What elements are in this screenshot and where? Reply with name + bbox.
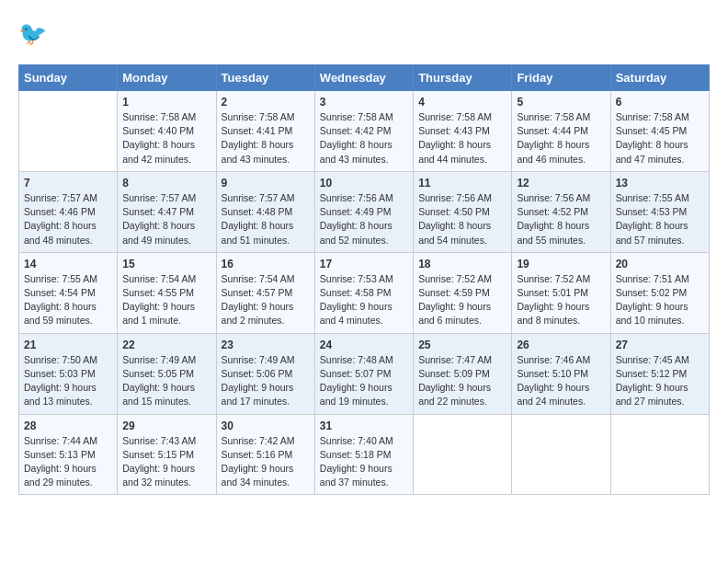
day-number: 9 [222,177,310,190]
day-info: Sunrise: 7:40 AM Sunset: 5:18 PM Dayligh… [320,434,408,490]
day-info: Sunrise: 7:49 AM Sunset: 5:05 PM Dayligh… [122,353,210,409]
calendar-cell: 29Sunrise: 7:43 AM Sunset: 5:15 PM Dayli… [118,414,216,495]
day-info: Sunrise: 7:46 AM Sunset: 5:10 PM Dayligh… [517,353,605,409]
calendar-table: SundayMondayTuesdayWednesdayThursdayFrid… [18,64,710,495]
day-header-thursday: Thursday [414,65,512,91]
day-number: 18 [418,258,506,270]
day-info: Sunrise: 7:49 AM Sunset: 5:06 PM Dayligh… [222,353,310,409]
day-info: Sunrise: 7:45 AM Sunset: 5:12 PM Dayligh… [616,353,704,409]
day-header-tuesday: Tuesday [216,65,314,91]
calendar-cell: 20Sunrise: 7:51 AM Sunset: 5:02 PM Dayli… [610,252,709,333]
day-number: 2 [222,96,310,109]
calendar-cell [414,414,512,495]
day-info: Sunrise: 7:50 AM Sunset: 5:03 PM Dayligh… [24,353,112,409]
calendar-cell: 11Sunrise: 7:56 AM Sunset: 4:50 PM Dayli… [414,171,512,252]
day-info: Sunrise: 7:52 AM Sunset: 4:59 PM Dayligh… [418,272,506,328]
calendar-cell: 28Sunrise: 7:44 AM Sunset: 5:13 PM Dayli… [19,414,118,495]
calendar-cell: 31Sunrise: 7:40 AM Sunset: 5:18 PM Dayli… [314,414,413,495]
day-info: Sunrise: 7:56 AM Sunset: 4:52 PM Dayligh… [517,191,605,247]
day-number: 22 [122,339,210,351]
day-number: 16 [222,258,310,270]
logo: 🐦 [18,18,55,52]
day-number: 30 [222,419,310,432]
day-info: Sunrise: 7:53 AM Sunset: 4:58 PM Dayligh… [320,272,408,328]
calendar-cell: 10Sunrise: 7:56 AM Sunset: 4:49 PM Dayli… [314,171,413,252]
day-info: Sunrise: 7:58 AM Sunset: 4:40 PM Dayligh… [122,110,210,167]
day-info: Sunrise: 7:52 AM Sunset: 5:01 PM Dayligh… [517,272,605,328]
calendar-cell: 27Sunrise: 7:45 AM Sunset: 5:12 PM Dayli… [610,333,709,414]
day-info: Sunrise: 7:54 AM Sunset: 4:55 PM Dayligh… [122,272,210,328]
calendar-cell: 15Sunrise: 7:54 AM Sunset: 4:55 PM Dayli… [118,252,216,333]
day-number: 11 [418,177,506,190]
calendar-cell: 21Sunrise: 7:50 AM Sunset: 5:03 PM Dayli… [19,333,118,414]
svg-text:🐦: 🐦 [18,19,48,48]
day-info: Sunrise: 7:58 AM Sunset: 4:45 PM Dayligh… [616,110,704,167]
day-number: 1 [122,96,210,109]
day-number: 24 [320,339,408,351]
day-number: 15 [122,258,210,270]
day-info: Sunrise: 7:55 AM Sunset: 4:54 PM Dayligh… [24,272,112,328]
day-number: 12 [517,177,605,190]
calendar-week-row: 7Sunrise: 7:57 AM Sunset: 4:46 PM Daylig… [19,171,710,252]
day-info: Sunrise: 7:54 AM Sunset: 4:57 PM Dayligh… [222,272,310,328]
day-info: Sunrise: 7:57 AM Sunset: 4:48 PM Dayligh… [222,191,310,247]
day-info: Sunrise: 7:58 AM Sunset: 4:44 PM Dayligh… [517,110,605,167]
calendar-cell: 4Sunrise: 7:58 AM Sunset: 4:43 PM Daylig… [414,91,512,172]
calendar-cell: 19Sunrise: 7:52 AM Sunset: 5:01 PM Dayli… [512,252,610,333]
calendar-cell [19,91,118,172]
calendar-cell: 5Sunrise: 7:58 AM Sunset: 4:44 PM Daylig… [512,91,610,172]
calendar-week-row: 28Sunrise: 7:44 AM Sunset: 5:13 PM Dayli… [19,414,710,495]
day-info: Sunrise: 7:58 AM Sunset: 4:41 PM Dayligh… [222,110,310,167]
day-info: Sunrise: 7:55 AM Sunset: 4:53 PM Dayligh… [616,191,704,247]
day-info: Sunrise: 7:42 AM Sunset: 5:16 PM Dayligh… [222,434,310,490]
day-number: 10 [320,177,408,190]
calendar-cell: 25Sunrise: 7:47 AM Sunset: 5:09 PM Dayli… [414,333,512,414]
day-number: 14 [24,258,112,270]
day-number: 25 [418,339,506,351]
calendar-cell: 30Sunrise: 7:42 AM Sunset: 5:16 PM Dayli… [216,414,314,495]
calendar-cell: 6Sunrise: 7:58 AM Sunset: 4:45 PM Daylig… [610,91,709,172]
day-number: 13 [616,177,704,190]
day-info: Sunrise: 7:56 AM Sunset: 4:50 PM Dayligh… [418,191,506,247]
day-number: 20 [616,258,704,270]
calendar-week-row: 21Sunrise: 7:50 AM Sunset: 5:03 PM Dayli… [19,333,710,414]
calendar-cell: 3Sunrise: 7:58 AM Sunset: 4:42 PM Daylig… [314,91,413,172]
day-header-friday: Friday [512,65,610,91]
day-number: 8 [122,177,210,190]
day-number: 3 [320,96,408,109]
calendar-cell: 14Sunrise: 7:55 AM Sunset: 4:54 PM Dayli… [19,252,118,333]
calendar-cell: 22Sunrise: 7:49 AM Sunset: 5:05 PM Dayli… [118,333,216,414]
logo-icon: 🐦 [18,18,51,52]
calendar-cell: 7Sunrise: 7:57 AM Sunset: 4:46 PM Daylig… [19,171,118,252]
day-number: 26 [517,339,605,351]
calendar-cell [512,414,610,495]
day-number: 29 [122,419,210,432]
day-info: Sunrise: 7:58 AM Sunset: 4:42 PM Dayligh… [320,110,408,167]
calendar-cell: 12Sunrise: 7:56 AM Sunset: 4:52 PM Dayli… [512,171,610,252]
calendar-cell: 2Sunrise: 7:58 AM Sunset: 4:41 PM Daylig… [216,91,314,172]
calendar-cell: 13Sunrise: 7:55 AM Sunset: 4:53 PM Dayli… [610,171,709,252]
day-number: 19 [517,258,605,270]
calendar-cell: 9Sunrise: 7:57 AM Sunset: 4:48 PM Daylig… [216,171,314,252]
calendar-cell [610,414,709,495]
calendar-cell: 17Sunrise: 7:53 AM Sunset: 4:58 PM Dayli… [314,252,413,333]
calendar-cell: 8Sunrise: 7:57 AM Sunset: 4:47 PM Daylig… [118,171,216,252]
day-number: 4 [418,96,506,109]
day-number: 27 [616,339,704,351]
day-info: Sunrise: 7:43 AM Sunset: 5:15 PM Dayligh… [122,434,210,490]
calendar-cell: 1Sunrise: 7:58 AM Sunset: 4:40 PM Daylig… [118,91,216,172]
page-header: 🐦 [18,18,710,52]
day-number: 6 [616,96,704,109]
calendar-cell: 18Sunrise: 7:52 AM Sunset: 4:59 PM Dayli… [414,252,512,333]
calendar-week-row: 1Sunrise: 7:58 AM Sunset: 4:40 PM Daylig… [19,91,710,172]
day-info: Sunrise: 7:47 AM Sunset: 5:09 PM Dayligh… [418,353,506,409]
day-header-monday: Monday [118,65,216,91]
day-number: 17 [320,258,408,270]
day-info: Sunrise: 7:58 AM Sunset: 4:43 PM Dayligh… [418,110,506,167]
calendar-cell: 26Sunrise: 7:46 AM Sunset: 5:10 PM Dayli… [512,333,610,414]
day-info: Sunrise: 7:48 AM Sunset: 5:07 PM Dayligh… [320,353,408,409]
day-info: Sunrise: 7:51 AM Sunset: 5:02 PM Dayligh… [616,272,704,328]
calendar-cell: 16Sunrise: 7:54 AM Sunset: 4:57 PM Dayli… [216,252,314,333]
calendar-week-row: 14Sunrise: 7:55 AM Sunset: 4:54 PM Dayli… [19,252,710,333]
day-header-sunday: Sunday [19,65,118,91]
